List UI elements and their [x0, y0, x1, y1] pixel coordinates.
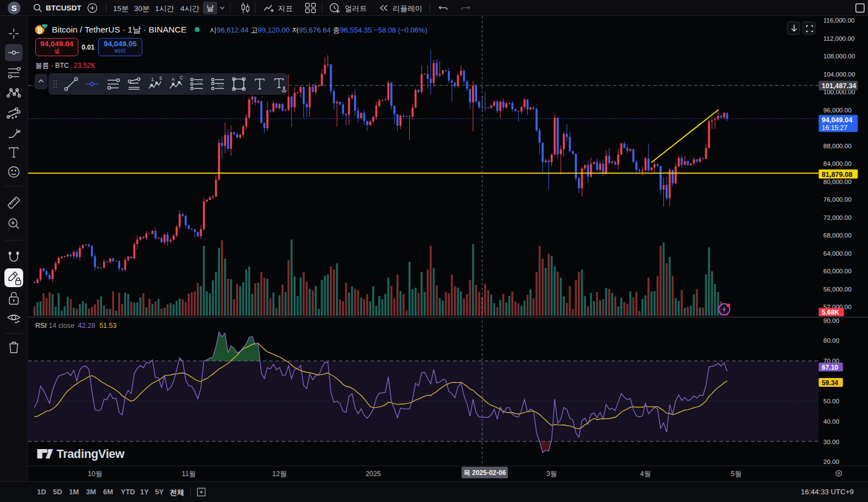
svg-text:88,000.00: 88,000.00 — [823, 143, 851, 149]
svg-text:60,000.00: 60,000.00 — [823, 268, 851, 274]
svg-text:₿: ₿ — [37, 26, 42, 34]
svg-text:40.00: 40.00 — [823, 418, 839, 425]
svg-text:64,000.00: 64,000.00 — [823, 250, 851, 257]
svg-text:16:15:27: 16:15:27 — [822, 124, 848, 132]
svg-text:1: 1 — [151, 77, 154, 82]
svg-text:80.00: 80.00 — [823, 337, 839, 344]
svg-text:96,000.00: 96,000.00 — [823, 107, 851, 114]
svg-text:90.00: 90.00 — [823, 317, 839, 324]
svg-text:A: A — [172, 77, 175, 82]
svg-text:101,487.34: 101,487.34 — [822, 82, 856, 90]
svg-text:68,000.00: 68,000.00 — [823, 232, 851, 239]
svg-text:81,879.08: 81,879.08 — [822, 171, 853, 179]
svg-text:30.00: 30.00 — [823, 439, 839, 445]
svg-text:50.00: 50.00 — [823, 398, 839, 404]
svg-text:112,000.00: 112,000.00 — [823, 35, 855, 42]
svg-text:116,000.00: 116,000.00 — [823, 17, 855, 24]
svg-text:20.00: 20.00 — [823, 458, 839, 465]
svg-text:3월: 3월 — [546, 470, 557, 478]
svg-text:5.68K: 5.68K — [822, 309, 839, 316]
svg-text:목 2025-02-06: 목 2025-02-06 — [464, 469, 506, 477]
svg-text:72,000.00: 72,000.00 — [823, 214, 851, 221]
svg-text:59.34: 59.34 — [822, 379, 838, 387]
svg-text:C: C — [180, 75, 183, 80]
svg-text:5월: 5월 — [731, 470, 741, 478]
svg-text:4월: 4월 — [640, 470, 651, 478]
svg-text:12월: 12월 — [272, 470, 287, 478]
svg-text:67.10: 67.10 — [822, 364, 838, 371]
svg-text:10월: 10월 — [88, 470, 102, 478]
svg-text:5: 5 — [159, 75, 162, 81]
svg-text:84,000.00: 84,000.00 — [823, 160, 851, 167]
svg-text:104,000.00: 104,000.00 — [823, 71, 855, 78]
svg-text:76,000.00: 76,000.00 — [823, 196, 851, 203]
svg-text:2025: 2025 — [366, 470, 381, 478]
svg-text:56,000.00: 56,000.00 — [823, 286, 851, 293]
svg-text:11월: 11월 — [181, 470, 195, 478]
svg-text:94,049.04: 94,049.04 — [822, 116, 853, 124]
svg-text:108,000.00: 108,000.00 — [823, 53, 855, 60]
svg-text:80,000.00: 80,000.00 — [823, 179, 851, 185]
svg-text:TradingView: TradingView — [57, 447, 125, 461]
